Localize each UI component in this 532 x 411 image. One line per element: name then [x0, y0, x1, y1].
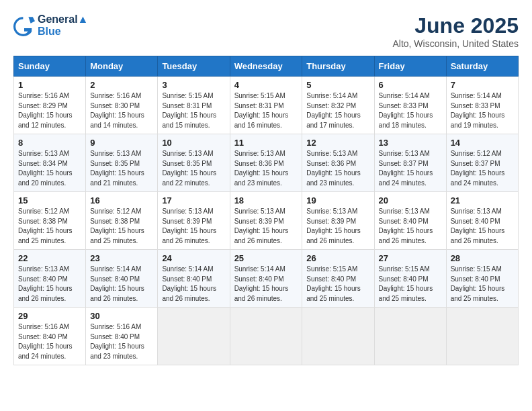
calendar-week-2: 8Sunrise: 5:13 AM Sunset: 8:34 PM Daylig… [14, 134, 519, 192]
logo-icon [13, 15, 35, 36]
day-info: Sunrise: 5:12 AM Sunset: 8:38 PM Dayligh… [90, 207, 153, 246]
day-number: 14 [451, 138, 514, 148]
day-info: Sunrise: 5:13 AM Sunset: 8:39 PM Dayligh… [306, 207, 369, 246]
day-info: Sunrise: 5:12 AM Sunset: 8:38 PM Dayligh… [18, 207, 81, 246]
day-number: 13 [379, 138, 442, 148]
table-row: 2Sunrise: 5:16 AM Sunset: 8:30 PM Daylig… [86, 77, 158, 134]
day-info: Sunrise: 5:13 AM Sunset: 8:40 PM Dayligh… [18, 265, 81, 304]
table-row: 7Sunrise: 5:14 AM Sunset: 8:33 PM Daylig… [446, 77, 518, 134]
table-row: 27Sunrise: 5:15 AM Sunset: 8:40 PM Dayli… [374, 250, 446, 308]
day-info: Sunrise: 5:13 AM Sunset: 8:34 PM Dayligh… [18, 149, 81, 188]
table-row: 9Sunrise: 5:13 AM Sunset: 8:35 PM Daylig… [86, 134, 158, 192]
day-info: Sunrise: 5:15 AM Sunset: 8:40 PM Dayligh… [379, 265, 442, 304]
day-info: Sunrise: 5:14 AM Sunset: 8:40 PM Dayligh… [234, 265, 298, 304]
calendar-week-1: 1Sunrise: 5:16 AM Sunset: 8:29 PM Daylig… [14, 77, 519, 134]
day-number: 22 [18, 253, 81, 263]
col-saturday: Saturday [446, 56, 518, 77]
table-row [302, 308, 374, 365]
table-row [446, 308, 518, 365]
logo: General▲ Blue [13, 13, 88, 38]
table-row: 17Sunrise: 5:13 AM Sunset: 8:39 PM Dayli… [158, 192, 230, 250]
day-info: Sunrise: 5:13 AM Sunset: 8:39 PM Dayligh… [162, 207, 225, 246]
table-row: 5Sunrise: 5:14 AM Sunset: 8:32 PM Daylig… [302, 77, 374, 134]
day-info: Sunrise: 5:15 AM Sunset: 8:31 PM Dayligh… [162, 91, 225, 130]
table-row: 6Sunrise: 5:14 AM Sunset: 8:33 PM Daylig… [374, 77, 446, 134]
table-row: 23Sunrise: 5:14 AM Sunset: 8:40 PM Dayli… [86, 250, 158, 308]
day-info: Sunrise: 5:16 AM Sunset: 8:40 PM Dayligh… [90, 322, 153, 361]
calendar-week-3: 15Sunrise: 5:12 AM Sunset: 8:38 PM Dayli… [14, 192, 519, 250]
day-info: Sunrise: 5:14 AM Sunset: 8:32 PM Dayligh… [306, 91, 369, 130]
table-row: 25Sunrise: 5:14 AM Sunset: 8:40 PM Dayli… [230, 250, 302, 308]
day-info: Sunrise: 5:16 AM Sunset: 8:40 PM Dayligh… [18, 322, 81, 361]
table-row: 4Sunrise: 5:15 AM Sunset: 8:31 PM Daylig… [230, 77, 302, 134]
col-friday: Friday [374, 56, 446, 77]
table-row: 10Sunrise: 5:13 AM Sunset: 8:35 PM Dayli… [158, 134, 230, 192]
day-number: 1 [18, 80, 81, 90]
day-number: 20 [379, 195, 442, 205]
logo-text: General▲ Blue [38, 13, 88, 38]
day-info: Sunrise: 5:13 AM Sunset: 8:39 PM Dayligh… [234, 207, 298, 246]
day-info: Sunrise: 5:13 AM Sunset: 8:35 PM Dayligh… [162, 149, 225, 188]
table-row: 18Sunrise: 5:13 AM Sunset: 8:39 PM Dayli… [230, 192, 302, 250]
location: Alto, Wisconsin, United States [392, 38, 519, 49]
day-number: 6 [379, 80, 442, 90]
table-row: 24Sunrise: 5:14 AM Sunset: 8:40 PM Dayli… [158, 250, 230, 308]
day-number: 2 [90, 80, 153, 90]
day-info: Sunrise: 5:12 AM Sunset: 8:37 PM Dayligh… [451, 149, 514, 188]
calendar-week-4: 22Sunrise: 5:13 AM Sunset: 8:40 PM Dayli… [14, 250, 519, 308]
col-wednesday: Wednesday [230, 56, 302, 77]
day-number: 24 [162, 253, 225, 263]
day-number: 9 [90, 138, 153, 148]
day-info: Sunrise: 5:14 AM Sunset: 8:33 PM Dayligh… [451, 91, 514, 130]
table-row: 3Sunrise: 5:15 AM Sunset: 8:31 PM Daylig… [158, 77, 230, 134]
day-number: 25 [234, 253, 298, 263]
col-tuesday: Tuesday [158, 56, 230, 77]
day-info: Sunrise: 5:13 AM Sunset: 8:40 PM Dayligh… [451, 207, 514, 246]
table-row: 12Sunrise: 5:13 AM Sunset: 8:36 PM Dayli… [302, 134, 374, 192]
table-row [230, 308, 302, 365]
table-row: 14Sunrise: 5:12 AM Sunset: 8:37 PM Dayli… [446, 134, 518, 192]
col-monday: Monday [86, 56, 158, 77]
day-number: 18 [234, 195, 298, 205]
day-number: 17 [162, 195, 225, 205]
day-info: Sunrise: 5:14 AM Sunset: 8:40 PM Dayligh… [90, 265, 153, 304]
day-number: 4 [234, 80, 298, 90]
col-thursday: Thursday [302, 56, 374, 77]
day-number: 29 [18, 311, 81, 321]
day-number: 21 [451, 195, 514, 205]
day-number: 5 [306, 80, 369, 90]
day-info: Sunrise: 5:13 AM Sunset: 8:40 PM Dayligh… [379, 207, 442, 246]
day-number: 15 [18, 195, 81, 205]
day-number: 11 [234, 138, 298, 148]
day-info: Sunrise: 5:13 AM Sunset: 8:35 PM Dayligh… [90, 149, 153, 188]
day-number: 8 [18, 138, 81, 148]
page-header: General▲ Blue June 2025 Alto, Wisconsin,… [13, 13, 519, 49]
table-row: 8Sunrise: 5:13 AM Sunset: 8:34 PM Daylig… [14, 134, 86, 192]
day-number: 10 [162, 138, 225, 148]
day-info: Sunrise: 5:13 AM Sunset: 8:37 PM Dayligh… [379, 149, 442, 188]
day-info: Sunrise: 5:13 AM Sunset: 8:36 PM Dayligh… [234, 149, 298, 188]
table-row: 22Sunrise: 5:13 AM Sunset: 8:40 PM Dayli… [14, 250, 86, 308]
table-row: 30Sunrise: 5:16 AM Sunset: 8:40 PM Dayli… [86, 308, 158, 365]
day-info: Sunrise: 5:16 AM Sunset: 8:29 PM Dayligh… [18, 91, 81, 130]
day-number: 12 [306, 138, 369, 148]
day-number: 16 [90, 195, 153, 205]
day-info: Sunrise: 5:15 AM Sunset: 8:31 PM Dayligh… [234, 91, 298, 130]
table-row: 13Sunrise: 5:13 AM Sunset: 8:37 PM Dayli… [374, 134, 446, 192]
table-row: 1Sunrise: 5:16 AM Sunset: 8:29 PM Daylig… [14, 77, 86, 134]
day-number: 26 [306, 253, 369, 263]
day-number: 30 [90, 311, 153, 321]
title-section: June 2025 Alto, Wisconsin, United States [392, 13, 519, 49]
day-info: Sunrise: 5:15 AM Sunset: 8:40 PM Dayligh… [451, 265, 514, 304]
calendar-table: Sunday Monday Tuesday Wednesday Thursday… [13, 56, 519, 365]
table-row: 21Sunrise: 5:13 AM Sunset: 8:40 PM Dayli… [446, 192, 518, 250]
day-number: 3 [162, 80, 225, 90]
table-row: 28Sunrise: 5:15 AM Sunset: 8:40 PM Dayli… [446, 250, 518, 308]
col-sunday: Sunday [14, 56, 86, 77]
day-number: 28 [451, 253, 514, 263]
day-info: Sunrise: 5:15 AM Sunset: 8:40 PM Dayligh… [306, 265, 369, 304]
table-row: 19Sunrise: 5:13 AM Sunset: 8:39 PM Dayli… [302, 192, 374, 250]
table-row: 26Sunrise: 5:15 AM Sunset: 8:40 PM Dayli… [302, 250, 374, 308]
day-number: 23 [90, 253, 153, 263]
day-info: Sunrise: 5:14 AM Sunset: 8:40 PM Dayligh… [162, 265, 225, 304]
